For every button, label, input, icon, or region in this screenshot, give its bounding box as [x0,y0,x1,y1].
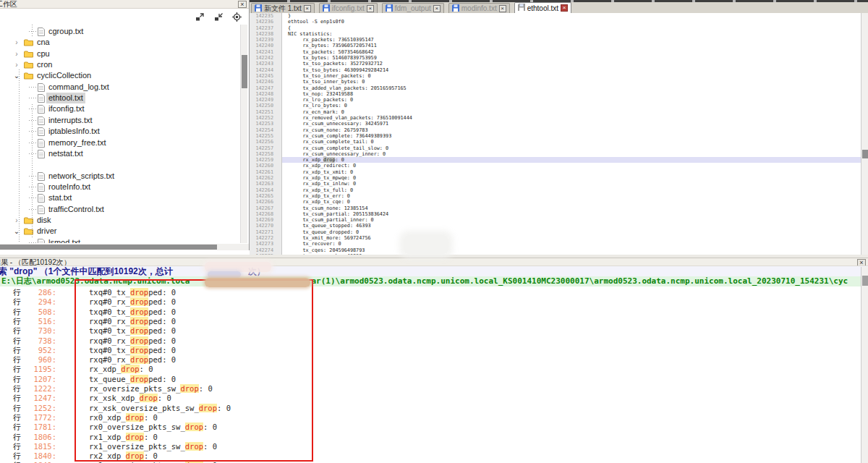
line-number: 142256 [250,139,282,145]
tree-horizontal-scrollbar[interactable] [0,244,250,250]
result-match-text: rx_xdp_drop: 0 [89,365,153,374]
chevron-right-icon[interactable]: › [13,37,20,48]
line-text: rx_xdp_tx_full: 0 [282,187,861,193]
code-editor[interactable]: 142235 } 142236 ethtool -S enp1s0f0 1422… [250,13,861,255]
tab-close-icon[interactable]: × [499,5,506,12]
chevron-right-icon[interactable]: › [13,59,20,70]
search-result-row[interactable]: 行 286: txq#0_tx_dropped: 0 [0,288,868,297]
line-number: 142236 [250,19,282,25]
editor-vertical-scrollbar[interactable] [861,13,868,255]
tree-connector [29,242,36,243]
search-result-row[interactable]: 行 730: txq#0_tx_dropped: 0 [0,326,868,336]
search-result-row[interactable]: 行 738: rxq#0_rx_dropped: 0 [0,336,868,346]
search-result-row[interactable]: 行 1247: rx_xsk_xdp_drop: 0 [0,394,868,403]
tree-folder-cron[interactable]: ›cron [0,59,239,70]
line-number: 142257 [250,145,282,151]
scrollbar-thumb[interactable] [0,245,217,250]
search-result-row[interactable]: 行 1207: tx_queue_dropped: 0 [0,375,868,384]
tree-vertical-scrollbar[interactable] [240,25,247,243]
tree-file-stat-txt[interactable]: stat.txt [0,192,239,203]
result-line-number: 516: [20,317,56,326]
line-number: 142273 [250,241,282,247]
tree-connector [29,98,36,98]
collapse-all-icon[interactable] [213,12,224,22]
tab-close-icon[interactable]: × [561,4,568,12]
search-result-row[interactable]: 行 1222: rx_oversize_pkts_sw_drop: 0 [0,384,868,394]
tab-close-icon[interactable]: × [433,5,441,12]
result-line-number: 1815: [20,442,56,451]
code-line: 142238 NIC statistics: [250,31,861,37]
tab-close-icon[interactable]: × [304,5,311,12]
line-number: 142252 [250,115,282,121]
tree-file-cgroup-txt[interactable]: cgroup.txt [0,26,239,37]
search-result-row[interactable]: 行 1195: rx_xdp_drop: 0 [0,365,868,374]
tree-file-routeInfo-txt[interactable]: routeInfo.txt [0,182,239,192]
scrollbar-thumb[interactable] [242,55,247,88]
tree-folder-cyclicCollection[interactable]: ⌄cyclicCollection [0,70,239,81]
tree-file-command_log-txt[interactable]: command_log.txt [0,82,239,93]
expand-all-icon[interactable] [195,12,205,22]
search-result-row[interactable]: 行 1252: rx_xsk_oversize_pkts_sw_drop: 0 [0,404,868,413]
code-line: 142252 rx_removed_vlan_packets: 73651009… [250,115,861,121]
tree-file-memory_free-txt[interactable]: memory_free.txt [0,137,239,148]
code-line: 142235 } [250,13,861,19]
file-icon [38,239,45,243]
result-line-number: 1781: [20,422,56,432]
search-result-row[interactable]: 行 1815: rx1_oversize_pkts_sw_drop: 0 [0,442,868,451]
results-close-icon[interactable]: × [857,259,866,266]
chevron-right-icon[interactable]: › [13,48,20,59]
tree-item-label: stat.txt [48,193,72,202]
editor-tab[interactable]: fdm_output × [382,3,444,13]
line-text: rx_packets: 736510395147 [282,37,861,43]
tree-folder-disk[interactable]: ›disk [0,215,239,226]
workspace-panel: 工作区 × cgroup.txt›cna›cpu›cron⌄cyclicColl… [0,0,250,250]
line-number: 142266 [250,199,282,205]
result-match-text: rxq#0_rx_dropped: 0 [89,317,176,326]
scrollbar-thumb[interactable] [862,150,868,158]
tree-file-network_scripts-txt[interactable]: network_scripts.txt [0,171,239,182]
tree-item-label: routeInfo.txt [48,182,90,191]
search-result-row[interactable]: 行 516: rxq#0_rx_dropped: 0 [0,317,868,326]
tree-folder-driver[interactable]: ⌄driver [0,226,239,237]
results-file-path[interactable]: E:\日志\armod0523.odata.ncmp.unicom.locaar… [0,276,868,286]
tree-folder-cpu[interactable]: ›cpu [0,48,239,59]
search-result-row[interactable]: 行 952: txq#0_tx_dropped: 0 [0,346,868,355]
tree-file-iptablesInfo-txt[interactable]: iptablesInfo.txt [0,126,239,137]
match-highlight: drop [130,297,148,306]
path-suffix: ar(1)\armod0523.odata.ncmp.unicom.local_… [311,276,848,286]
tree-file-ethtool-txt[interactable]: ethtool.txt [0,93,239,103]
line-text: } [282,13,861,19]
search-result-row[interactable]: 行 1772: rx0_xdp_drop: 0 [0,413,868,422]
search-result-row[interactable]: 行 1806: rx1_xdp_drop: 0 [0,433,868,442]
code-line: 142263 rx_xdp_tx_inlnw: 0 [250,181,861,187]
search-result-row[interactable]: 行 1781: rx0_oversize_pkts_sw_drop: 0 [0,422,868,432]
line-text: tx_tso_bytes: 463099429284214 [282,67,861,73]
editor-tab[interactable]: 新文件 1.txt × [251,3,315,13]
result-line-number: 1195: [20,365,56,374]
search-result-row[interactable]: 行 1840: rx2_xdp_drop: 0 [0,451,868,461]
line-text: tx_added_vlan_packets: 205165957165 [282,85,861,91]
tree-file-interrupts-txt[interactable]: interrupts.txt [0,115,239,126]
line-text: tx_bytes: 514607839753959 [282,55,861,61]
tree-connector [29,131,36,132]
line-text: tx_packets: 507354668642 [282,49,861,55]
tree-folder-cna[interactable]: ›cna [0,37,239,48]
line-number: 142271 [250,229,282,235]
match-highlight: drop [126,413,144,422]
tree-file-ifconfig-txt[interactable]: ifconfig.txt [0,103,239,114]
workspace-close-icon[interactable]: × [238,1,247,8]
search-result-row[interactable]: 行 294: rxq#0_rx_dropped: 0 [0,297,868,307]
tree-file-trafficControl-txt[interactable]: trafficControl.txt [0,204,239,215]
editor-tab[interactable]: ethtool.txt × [514,2,571,13]
tab-close-icon[interactable]: × [367,5,374,12]
editor-tab[interactable]: ifconfig.txt × [319,3,378,13]
search-result-row[interactable]: 行 508: txq#0_tx_dropped: 0 [0,307,868,317]
tree-file-lsmod-txt[interactable]: lsmod.txt [0,237,239,243]
line-text: rx_csum_unnecessary_inner: 0 [282,151,861,157]
scrollbar-thumb[interactable] [862,276,868,286]
editor-tab[interactable]: modinfo.txt × [448,3,510,13]
tab-label: modinfo.txt [461,4,497,12]
results-vertical-scrollbar[interactable] [861,267,868,463]
locate-file-icon[interactable] [232,12,242,22]
search-result-row[interactable]: 行 960: rxq#0_rx_dropped: 0 [0,355,868,365]
